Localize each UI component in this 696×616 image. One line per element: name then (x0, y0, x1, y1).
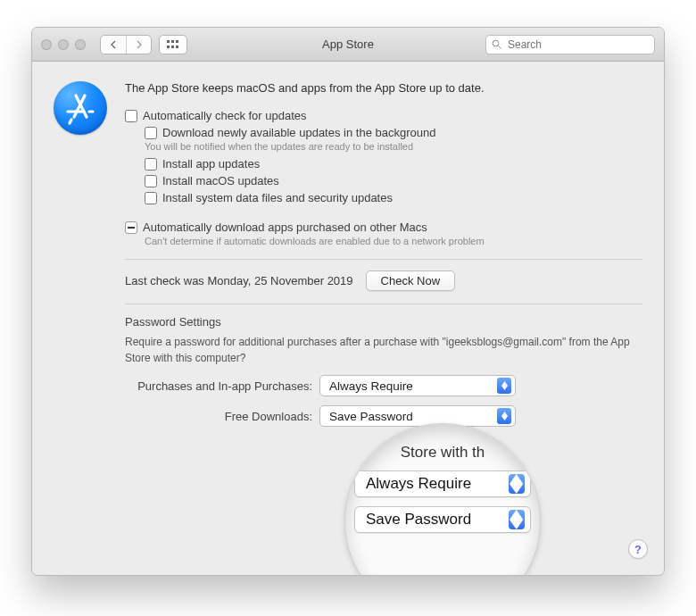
header-description: The App Store keeps macOS and apps from … (125, 81, 642, 95)
chevron-left-icon (110, 40, 118, 49)
close-window-button[interactable] (41, 39, 52, 50)
free-downloads-label: Free Downloads: (125, 410, 312, 423)
updown-arrows-icon (509, 474, 525, 494)
download-background-checkbox[interactable] (145, 127, 157, 139)
auto-download-purchased-checkbox[interactable] (125, 221, 137, 234)
updown-arrows-icon (509, 510, 525, 529)
install-macos-updates-checkbox[interactable] (145, 175, 157, 187)
purchases-label: Purchases and In-app Purchases: (125, 379, 312, 393)
purchases-dropdown[interactable]: Always Require (319, 375, 516, 396)
install-app-updates-checkbox[interactable] (145, 158, 157, 171)
svg-rect-1 (171, 40, 174, 43)
svg-rect-4 (171, 46, 174, 48)
auto-download-purchased-label: Automatically download apps purchased on… (143, 221, 427, 234)
show-all-button[interactable] (159, 35, 187, 54)
auto-check-updates-checkbox[interactable] (125, 110, 137, 122)
appstore-preferences-window: App Store The App Store keeps macOS and … (31, 27, 665, 576)
nav-back-forward (100, 35, 152, 54)
divider (125, 259, 642, 260)
check-now-button[interactable]: Check Now (366, 271, 455, 291)
download-background-hint: You will be notified when the updates ar… (145, 141, 642, 152)
svg-line-7 (499, 46, 501, 48)
magnifier-purchases-dropdown[interactable]: Always Require (354, 470, 531, 497)
free-downloads-dropdown[interactable]: Save Password (319, 405, 516, 427)
search-input[interactable] (506, 37, 649, 52)
svg-rect-2 (176, 40, 178, 43)
minimize-window-button[interactable] (58, 39, 69, 50)
auto-check-updates-row[interactable]: Automatically check for updates (125, 109, 642, 122)
traffic-lights (41, 39, 86, 50)
divider (125, 304, 642, 304)
back-button[interactable] (101, 36, 126, 54)
search-field[interactable] (485, 35, 655, 54)
magnifier-callout: Store with th Always Require Save Passwo… (344, 423, 541, 576)
magnifier-free-dropdown[interactable]: Save Password (354, 506, 531, 533)
install-macos-updates-row[interactable]: Install macOS updates (145, 174, 642, 187)
appstore-icon (54, 81, 107, 135)
install-system-data-checkbox[interactable] (145, 192, 157, 204)
install-macos-updates-label: Install macOS updates (162, 174, 279, 187)
magnifier-text-fragment: Store with th (345, 444, 540, 462)
free-downloads-dropdown-value: Save Password (329, 410, 413, 423)
auto-check-updates-label: Automatically check for updates (143, 109, 307, 122)
download-background-label: Download newly available updates in the … (162, 126, 435, 139)
magnifier-free-value: Save Password (366, 511, 471, 529)
auto-download-purchased-row[interactable]: Automatically download apps purchased on… (125, 221, 642, 234)
auto-download-purchased-hint: Can't determine if automatic downloads a… (145, 236, 642, 246)
titlebar: App Store (32, 28, 664, 62)
chevron-right-icon (135, 40, 143, 49)
password-settings-title: Password Settings (125, 315, 642, 329)
install-app-updates-label: Install app updates (162, 157, 260, 171)
updown-arrows-icon (497, 378, 511, 394)
search-icon (492, 39, 502, 50)
updown-arrows-icon (497, 408, 511, 424)
grid-icon (167, 40, 179, 49)
content-area: The App Store keeps macOS and apps from … (32, 62, 664, 575)
install-app-updates-row[interactable]: Install app updates (145, 157, 642, 171)
zoom-window-button[interactable] (75, 39, 86, 50)
purchases-dropdown-value: Always Require (329, 379, 413, 393)
svg-rect-0 (167, 40, 170, 43)
svg-rect-5 (176, 46, 178, 48)
download-background-row[interactable]: Download newly available updates in the … (145, 126, 642, 139)
magnifier-purchases-value: Always Require (366, 475, 471, 493)
help-button[interactable]: ? (628, 539, 648, 559)
install-system-data-label: Install system data files and security u… (162, 191, 393, 204)
password-settings-note: Require a password for additional purcha… (125, 334, 642, 366)
last-check-text: Last check was Monday, 25 November 2019 (125, 274, 353, 287)
svg-rect-3 (167, 46, 170, 48)
forward-button[interactable] (126, 36, 151, 54)
install-system-data-row[interactable]: Install system data files and security u… (145, 191, 642, 204)
svg-point-6 (493, 40, 499, 46)
